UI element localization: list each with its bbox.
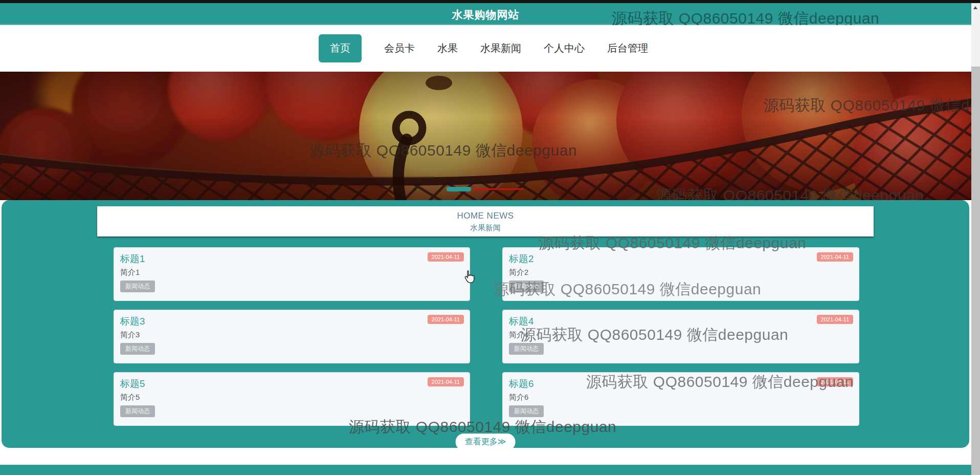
news-card-date-badge: 2021-04-11 [428, 252, 464, 262]
scrollbar-thumb[interactable] [971, 67, 980, 475]
site-title: 水果购物网站 [0, 8, 971, 22]
header-bar: 水果购物网站 源码获取 QQ86050149 微信deepguan [0, 3, 971, 25]
news-card-desc: 简介5 [120, 393, 140, 402]
up-arrow-icon [973, 6, 977, 9]
news-header-card: HOME NEWS 水果新闻 [97, 206, 874, 236]
news-card-date-badge: 2021-04-11 [817, 315, 853, 324]
news-card-desc: 简介4 [509, 330, 528, 340]
news-card-2[interactable]: 标题2 2021-04-11 简介2 新闻动态 [502, 247, 859, 301]
carousel-indicator-active[interactable] [447, 187, 471, 191]
nav-item-personal-center[interactable]: 个人中心 [532, 41, 596, 55]
news-card-title[interactable]: 标题2 [509, 252, 534, 266]
nav-item-fruit-news[interactable]: 水果新闻 [469, 41, 532, 55]
footer-bar [0, 465, 971, 475]
news-card-tag-badge: 新闻动态 [120, 405, 155, 417]
news-card-date-badge: 2021-04-11 [428, 315, 464, 324]
apples-basket-image [0, 72, 971, 200]
news-card-4[interactable]: 标题4 2021-04-11 简介4 新闻动态 [502, 310, 859, 363]
scrollbar-up-button[interactable] [971, 3, 980, 12]
news-card-tag-badge: 新闻动态 [509, 280, 544, 292]
nav-items: 首页 会员卡 水果 水果新闻 个人中心 后台管理 [319, 25, 659, 72]
news-card-title[interactable]: 标题4 [509, 315, 534, 328]
news-card-title[interactable]: 标题6 [509, 377, 534, 391]
news-card-desc: 简介6 [509, 393, 528, 402]
news-card-desc: 简介2 [509, 268, 528, 277]
news-card-tag-badge: 新闻动态 [120, 343, 155, 355]
news-section-title: HOME NEWS [97, 211, 874, 221]
nav-item-membership-card[interactable]: 会员卡 [373, 41, 426, 55]
news-card-tag-badge: 新闻动态 [120, 280, 155, 292]
news-card-date-badge: 2021-04-11 [428, 377, 464, 386]
nav-item-home[interactable]: 首页 [319, 34, 362, 62]
news-card-date-badge: 2021-04-11 [817, 252, 853, 262]
news-cards-grid: 标题1 2021-04-11 简介1 新闻动态 标题2 2021-04-11 简… [114, 247, 859, 426]
news-card-1[interactable]: 标题1 2021-04-11 简介1 新闻动态 [114, 247, 470, 301]
news-card-title[interactable]: 标题1 [120, 252, 145, 266]
hero-carousel [0, 72, 971, 200]
news-section: HOME NEWS 水果新闻 标题1 2021-04-11 简介1 新闻动态 标… [2, 200, 969, 448]
nav-item-fruits[interactable]: 水果 [426, 41, 469, 55]
news-card-title[interactable]: 标题5 [120, 377, 145, 391]
news-card-desc: 简介3 [120, 330, 140, 340]
news-card-5[interactable]: 标题5 2021-04-11 简介5 新闻动态 [114, 372, 470, 426]
section-divider-gap [0, 448, 971, 465]
nav-item-admin[interactable]: 后台管理 [596, 41, 659, 55]
carousel-indicator-3[interactable] [499, 188, 523, 190]
news-card-6[interactable]: 标题6 2021-04-11 简介6 新闻动态 [502, 372, 859, 426]
news-card-date-badge: 2021-04-11 [817, 377, 853, 386]
news-card-3[interactable]: 标题3 2021-04-11 简介3 新闻动态 [114, 310, 470, 363]
news-card-tag-badge: 新闻动态 [509, 343, 544, 355]
news-card-desc: 简介1 [120, 268, 140, 277]
news-section-subtitle: 水果新闻 [97, 223, 874, 233]
nav-bar: 源码获取 QQ86050149 微信deepguan 首页 会员卡 水果 水果新… [0, 25, 971, 72]
carousel-indicator-2[interactable] [473, 188, 498, 190]
scrollbar-track[interactable] [971, 3, 980, 475]
news-card-tag-badge: 新闻动态 [509, 405, 544, 417]
page-root: 水果购物网站 源码获取 QQ86050149 微信deepguan 源码获取 Q… [0, 0, 980, 475]
news-card-title[interactable]: 标题3 [120, 315, 145, 328]
